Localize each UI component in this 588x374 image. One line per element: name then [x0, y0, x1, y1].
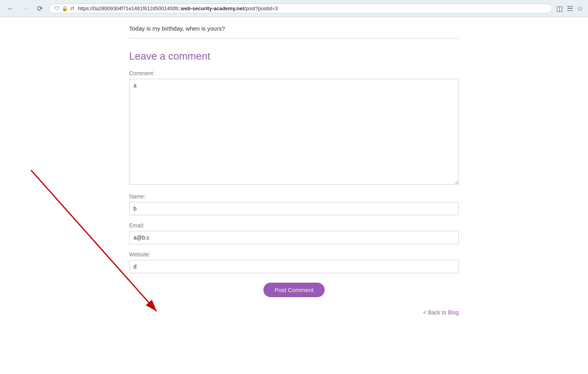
settings-icon: ⇄	[70, 5, 75, 11]
url-domain: web-security-academy.net	[181, 5, 244, 11]
back-button[interactable]: ←	[5, 4, 16, 13]
email-input[interactable]	[129, 231, 459, 244]
lock-icon: 🔒	[62, 5, 68, 11]
qr-icon[interactable]: ◫	[556, 4, 563, 13]
forward-button[interactable]: →	[20, 4, 31, 13]
comment-textarea[interactable]: a	[129, 79, 459, 185]
post-text: Today is my birthday, when is yours?	[129, 25, 459, 32]
address-bar[interactable]: 🛡 🔒 ⇄ https://0a28009304f71e1481f612d500…	[49, 4, 552, 13]
website-label: Website:	[129, 251, 459, 258]
comment-group: Comment: a	[129, 70, 459, 186]
url-prefix: https://0a28009304f71e1481f612d5001400fc…	[78, 5, 181, 11]
section-title: Leave a comment	[129, 50, 459, 62]
back-to-blog-container: < Back to Blog	[129, 309, 459, 316]
divider	[129, 38, 459, 38]
page-content: Today is my birthday, when is yours? Lea…	[117, 17, 471, 340]
browser-actions: ◫ ☵ ☆	[556, 4, 583, 13]
url-path: /post?postId=3	[244, 5, 278, 11]
submit-area: Post Comment	[129, 283, 459, 297]
post-comment-button[interactable]: Post Comment	[263, 283, 324, 297]
reload-button[interactable]: ⟳	[35, 4, 45, 13]
security-icons: 🛡 🔒 ⇄	[54, 5, 75, 11]
email-label: Email:	[129, 222, 459, 229]
bookmark-icon[interactable]: ☆	[577, 4, 583, 13]
website-group: Website:	[129, 251, 459, 273]
name-input[interactable]	[129, 202, 459, 215]
back-to-blog-link[interactable]: < Back to Blog	[423, 309, 459, 316]
name-group: Name:	[129, 193, 459, 215]
url-display: https://0a28009304f71e1481f612d5001400fc…	[78, 5, 547, 11]
browser-chrome: ← → ⟳ 🛡 🔒 ⇄ https://0a28009304f71e1481f6…	[0, 0, 588, 17]
nav-buttons: ← → ⟳	[5, 4, 45, 13]
reader-icon[interactable]: ☵	[567, 4, 573, 13]
shield-icon: 🛡	[54, 5, 59, 11]
website-input[interactable]	[129, 260, 459, 273]
name-label: Name:	[129, 193, 459, 200]
email-group: Email:	[129, 222, 459, 244]
comment-label: Comment:	[129, 70, 459, 76]
